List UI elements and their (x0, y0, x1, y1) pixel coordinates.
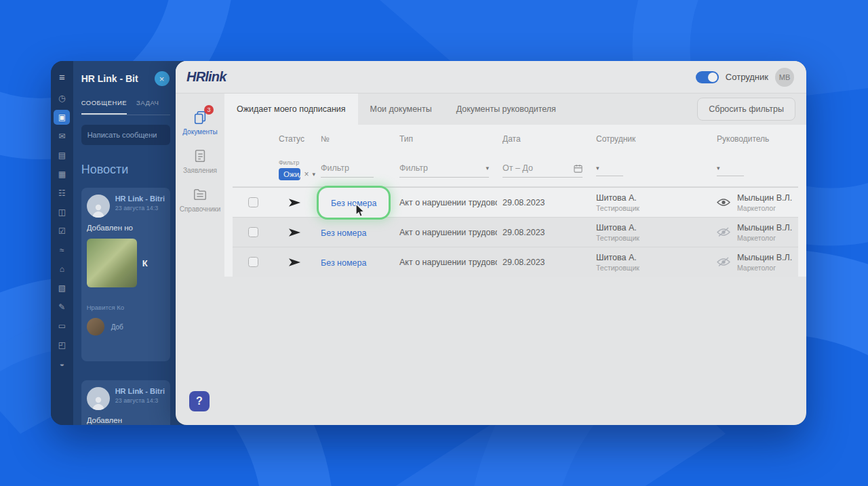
references-icon (193, 187, 208, 202)
sidebar-label-references: Справочники (180, 205, 221, 213)
news-post[interactable]: HR Link - Bitri 23 августа 14:3 Добавлен… (81, 188, 170, 361)
reset-filters-button[interactable]: Сбросить фильтры (697, 98, 795, 121)
type-filter-select[interactable]: Фильтр ▾ (399, 162, 489, 178)
awaiting-signature-icon (288, 198, 301, 207)
message-input[interactable]: Написать сообщени (81, 125, 170, 145)
role-toggle[interactable] (696, 71, 719, 83)
filter-row: Фильтр Ожидает... × ▾ Фильтр Фильтр ▾ (233, 153, 798, 187)
tab-manager-documents[interactable]: Документы руководителя (444, 94, 568, 125)
post-likes[interactable]: Нравится Ко (87, 304, 165, 311)
remove-filter-icon[interactable]: × (304, 169, 309, 179)
post-text: Добавлен (87, 416, 165, 424)
eye-hidden-icon[interactable] (717, 227, 730, 237)
employee-role: Тестировщик (596, 234, 711, 242)
col-status: Статус (273, 134, 315, 144)
mouse-cursor (352, 203, 366, 218)
clock-icon[interactable]: ◷ (54, 91, 70, 106)
eye-visible-icon[interactable] (717, 197, 730, 207)
manager-role: Маркетолог (737, 204, 792, 212)
document-number-link[interactable]: Без номера (321, 228, 366, 238)
post-author[interactable]: HR Link - Bitri (115, 387, 165, 395)
bitrix-icon-rail: ≡ ◷ ▣ ✉ ▤ ▦ ☷ ◫ ☑ ≈ ⌂ ▧ ✎ ▭ ◰ ◒ (51, 61, 73, 425)
row-checkbox[interactable] (248, 197, 258, 207)
employee-name: Шитова А. (596, 193, 711, 203)
avatar (87, 387, 110, 410)
filter-caption: Фильтр (279, 159, 315, 166)
calendar-icon[interactable]: ▦ (54, 167, 70, 182)
sidebar-item-documents[interactable]: 3 Документы (176, 103, 224, 142)
chevron-down-icon: ▾ (486, 165, 489, 171)
post-time: 23 августа 14:3 (115, 205, 165, 211)
row-checkbox[interactable] (248, 257, 258, 267)
document-number-link[interactable]: Без номера (321, 258, 366, 268)
close-icon[interactable]: × (155, 71, 170, 86)
document-type: Акт о нарушении трудово... (394, 258, 497, 267)
manager-filter-select[interactable]: ▾ (717, 163, 744, 176)
date-filter-input[interactable]: От – До (502, 162, 583, 178)
sidebar-label-documents: Документы (182, 128, 218, 136)
tab-my-documents[interactable]: Мои документы (358, 94, 444, 125)
post-author[interactable]: HR Link - Bitri (115, 195, 165, 203)
company-icon[interactable]: ⌂ (54, 262, 70, 277)
drive-icon[interactable]: ◫ (54, 205, 70, 220)
help-button[interactable]: ? (189, 391, 210, 411)
edit-icon[interactable]: ✎ (54, 300, 70, 315)
table-row[interactable]: Без номера Акт о нарушении трудово... 29… (233, 217, 798, 247)
app-window: ≡ ◷ ▣ ✉ ▤ ▦ ☷ ◫ ☑ ≈ ⌂ ▧ ✎ ▭ ◰ ◒ HR Link … (51, 61, 806, 425)
tab-tasks[interactable]: ЗАДАЧ (136, 99, 159, 115)
hrlink-panel: HRlink Сотрудник МВ 3 Документы (176, 61, 806, 425)
status-filter-chip[interactable]: Ожидает... (279, 168, 300, 180)
employee-role: Тестировщик (596, 264, 711, 272)
tasks-icon[interactable]: ☷ (54, 186, 70, 201)
table-row[interactable]: Без номера Акт о нарушении трудово... 29… (233, 247, 798, 277)
bitrix-chat-title: HR Link - Bit (81, 73, 153, 84)
menu-icon[interactable]: ≡ (54, 69, 70, 84)
employee-filter-select[interactable]: ▾ (596, 163, 623, 176)
document-date: 29.08.2023 (497, 228, 591, 237)
sidebar-item-applications[interactable]: Заявления (176, 142, 224, 180)
highlighted-click-target[interactable]: Без номера (321, 190, 387, 216)
documents-tabs: Ожидает моего подписания Мои документы Д… (224, 94, 806, 125)
col-type: Тип (394, 134, 497, 144)
avatar (87, 195, 110, 218)
sidebar-item-references[interactable]: Справочники (176, 180, 224, 219)
eye-hidden-icon[interactable] (717, 257, 730, 267)
col-number: № (315, 134, 394, 144)
sites-icon[interactable]: ▧ (54, 281, 70, 296)
feed-icon[interactable]: ▤ (54, 148, 70, 163)
hrlink-logo: HRlink (186, 69, 226, 85)
tab-messages[interactable]: СООБЩЕНИЕ (81, 99, 127, 115)
chevron-down-icon: ▾ (717, 165, 720, 171)
manager-role: Маркетолог (737, 264, 792, 272)
hrlink-topbar: HRlink Сотрудник МВ (176, 61, 806, 94)
table-row[interactable]: Без номера Акт о нарушении трудово... 29… (233, 187, 798, 217)
col-employee: Сотрудник (591, 134, 711, 144)
documents-badge: 3 (204, 105, 214, 115)
document-date: 29.08.2023 (497, 198, 591, 207)
post-photo[interactable] (87, 239, 137, 287)
crm-icon[interactable]: ≈ (54, 243, 70, 258)
user-avatar[interactable]: МВ (775, 68, 794, 87)
awaiting-signature-icon (288, 258, 301, 267)
applications-icon (193, 148, 208, 163)
checklist-icon[interactable]: ☑ (54, 224, 70, 239)
col-date: Дата (497, 134, 591, 144)
post-photo-caption: К (142, 258, 148, 268)
bitrix-panel: ≡ ◷ ▣ ✉ ▤ ▦ ☷ ◫ ☑ ≈ ⌂ ▧ ✎ ▭ ◰ ◒ HR Link … (51, 61, 176, 425)
manager-name: Мыльцин В.Л. (737, 193, 792, 203)
employee-name: Шитова А. (596, 253, 711, 262)
messenger-icon[interactable]: ▣ (54, 110, 70, 125)
settings-icon[interactable]: ◒ (54, 357, 70, 371)
table-header: Статус № Тип Дата Сотрудник Руководитель (233, 125, 798, 153)
market-icon[interactable]: ◰ (54, 338, 70, 352)
post-text: Добавлен но (87, 224, 165, 232)
calendar-icon[interactable] (574, 164, 583, 173)
tab-awaiting-signature[interactable]: Ожидает моего подписания (224, 94, 358, 125)
bitrix-tabs: СООБЩЕНИЕ ЗАДАЧ (81, 99, 170, 115)
apps-icon[interactable]: ▭ (54, 319, 70, 333)
post-time: 23 августа 14:3 (115, 397, 165, 404)
news-post-2[interactable]: HR Link - Bitri 23 августа 14:3 Добавлен (81, 380, 170, 425)
row-checkbox[interactable] (248, 227, 258, 237)
number-filter-input[interactable]: Фильтр (321, 162, 374, 178)
mail-icon[interactable]: ✉ (54, 129, 70, 144)
